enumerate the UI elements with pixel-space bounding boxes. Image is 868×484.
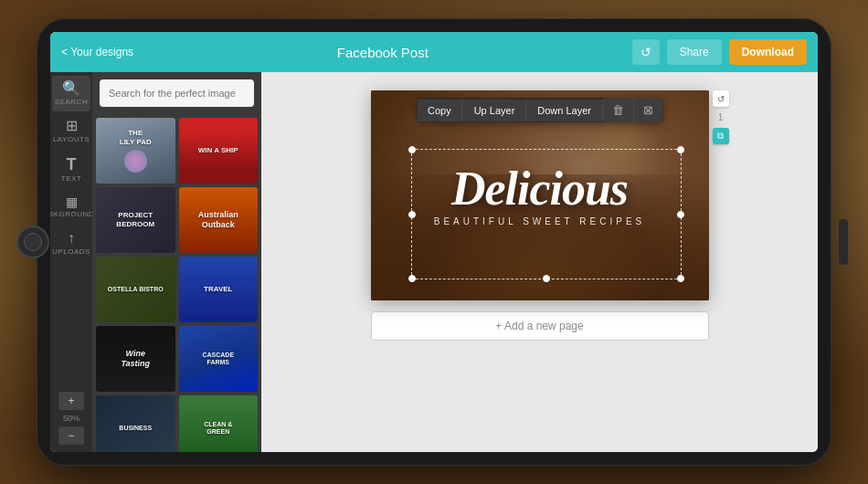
download-label: Download [742,46,794,58]
template-travel[interactable]: TRAVEL [179,257,259,322]
crop-icon: ⊠ [643,103,653,117]
template-travel-text: TRAVEL [204,285,232,294]
template-wine-text: WineTasting [121,349,150,369]
template-outback-text: AustralianOutback [198,210,238,230]
topbar: < Your designs Facebook Post ↺ Share Dow… [50,32,818,72]
uploads-label: UPLOADS [52,247,90,256]
zoom-plus-button[interactable]: + [58,392,84,410]
search-input[interactable] [100,79,254,107]
zoom-level: 50% [63,414,79,423]
template-outback[interactable]: AustralianOutback [179,187,259,253]
search-bar [92,72,261,114]
undo-button[interactable]: ↺ [632,39,660,65]
share-label: Share [680,46,709,58]
sidebar-item-search[interactable]: 🔍 SEARCH [52,76,90,111]
sidebar-item-uploads[interactable]: ↑ UPLOADS [52,226,90,261]
home-button[interactable] [16,226,49,258]
zoom-minus-icon: − [68,429,74,442]
template-ship-text: WIN A SHIP [198,146,238,155]
zoom-minus-button[interactable]: − [58,426,84,445]
canvas-text-group: Delicious BEAUTIFUL SWEET RECIPES [371,165,709,226]
template-room[interactable]: PROJECTBEDROOM [96,187,175,253]
template-cascade-text: CASCADEFARMS [202,352,234,367]
delete-button[interactable]: 🗑 [603,98,634,122]
layouts-icon: ⊞ [66,119,78,133]
page-title: Facebook Post [141,45,625,60]
back-label: < Your designs [61,46,133,58]
template-lily[interactable]: THELILY PAD [96,118,175,184]
crop-button[interactable]: ⊠ [634,98,662,122]
sidebar-icons: 🔍 SEARCH ⊞ LAYOUTS T TEXT ▦ BKGROUND ↑ [50,72,92,452]
sidebar-bottom: + 50% − [58,392,84,452]
tablet: < Your designs Facebook Post ↺ Share Dow… [37,18,831,466]
canvas-wrapper: Copy Up Layer Down Layer 🗑 ⊠ [371,90,709,300]
template-ostella-text: OSTELLA BISTRO [108,286,164,293]
layers-button[interactable]: ⧉ [713,128,729,144]
template-clean[interactable]: CLEAN &GREEN [179,395,259,452]
templates-panel: THELILY PAD WIN A SHIP PROJECTBEDROOM [92,72,261,452]
background-icon: ▦ [66,195,78,208]
context-toolbar: Copy Up Layer Down Layer 🗑 ⊠ [417,98,662,122]
home-button-inner [24,233,42,251]
text-icon: T [67,156,77,173]
sidebar-item-background[interactable]: ▦ BKGROUND [52,190,90,224]
delete-icon: 🗑 [612,103,624,117]
canvas-sub-text: BEAUTIFUL SWEET RECIPES [371,216,709,226]
back-button[interactable]: < Your designs [61,46,133,58]
add-page-button[interactable]: + Add a new page [371,311,709,341]
layouts-label: LAYOUTS [53,135,90,143]
undo-icon: ↺ [640,45,651,59]
background-label: BKGROUND [50,210,94,218]
down-layer-button[interactable]: Down Layer [526,100,603,121]
main-content: 🔍 SEARCH ⊞ LAYOUTS T TEXT ▦ BKGROUND ↑ [50,72,818,452]
layers-icon: ⧉ [717,131,724,142]
canvas-main-text: Delicious [371,165,709,213]
right-controls: ↺ 1 ⧉ [713,90,729,144]
template-business[interactable]: BUSINESS [96,395,175,452]
add-page-label: + Add a new page [495,320,583,332]
zoom-plus-icon: + [68,395,74,407]
side-button[interactable] [839,219,848,265]
right-control-1[interactable]: ↺ [713,90,729,107]
template-lily-text: THELILY PAD [120,129,152,146]
template-business-text: BUSINESS [119,425,152,432]
canvas-area: Copy Up Layer Down Layer 🗑 ⊠ [261,72,818,452]
topbar-actions: ↺ Share Download [632,39,807,65]
sidebar-item-layouts[interactable]: ⊞ LAYOUTS [52,113,90,149]
text-label: TEXT [61,174,81,183]
uploads-icon: ↑ [68,231,75,246]
copy-button[interactable]: Copy [417,100,463,121]
screen: < Your designs Facebook Post ↺ Share Dow… [50,32,818,452]
template-cascade[interactable]: CASCADEFARMS [179,326,259,392]
page-number: 1 [718,112,724,122]
share-button[interactable]: Share [667,39,722,65]
template-room-text: PROJECTBEDROOM [116,211,154,228]
up-layer-button[interactable]: Up Layer [463,100,527,121]
download-button[interactable]: Download [729,39,807,65]
templates-grid: THELILY PAD WIN A SHIP PROJECTBEDROOM [92,114,261,452]
template-ostella[interactable]: OSTELLA BISTRO [96,257,175,322]
search-icon: 🔍 [62,81,80,96]
template-clean-text: CLEAN &GREEN [204,421,232,437]
template-wine[interactable]: WineTasting [96,326,175,392]
template-ship[interactable]: WIN A SHIP [179,118,259,184]
sidebar-item-text[interactable]: T TEXT [52,151,90,188]
search-label: SEARCH [55,98,88,106]
